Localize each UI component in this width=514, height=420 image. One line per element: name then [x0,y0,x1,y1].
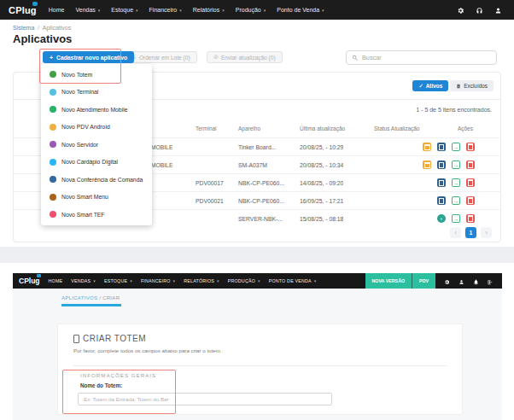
dropdown-item-novo-smart-tef[interactable]: Novo Smart TEF [41,206,152,224]
menu-financeiro[interactable]: FINANCEIRO [141,278,175,283]
breadcrumb-2: APLICATIVOS / CRIAR [61,295,120,300]
delete-icon[interactable] [466,178,475,187]
menu-ponto-de-venda[interactable]: PONTO DE VENDA [269,278,317,283]
menu-vendas[interactable]: VENDAS [71,278,96,283]
gear-icon[interactable] [444,273,450,289]
col-ultima-atualizacao: Última atualização [300,125,345,131]
main-menu: Home Vendas Estoque Financeiro Relatório… [49,7,324,13]
copy-icon[interactable] [437,143,446,151]
enter-app-icon[interactable]: → [452,178,460,187]
smart-menu-dot-icon [50,194,56,201]
copy-icon[interactable] [437,160,446,169]
page: CPlug Home Vendas Estoque Financeiro Rel… [0,0,514,420]
enter-app-icon[interactable]: → [452,214,460,223]
menu-ponto-de-venda[interactable]: Ponto de Venda [277,7,324,13]
pagination-page-1[interactable]: 1 [465,227,476,238]
top-navbar: CPlug Home Vendas Estoque Financeiro Rel… [0,0,514,20]
new-app-button[interactable]: + Cadastrar novo aplicativo [43,51,134,63]
row-actions: → [423,160,475,169]
row-actions: → [437,178,475,187]
menu-vendas[interactable]: Vendas [75,7,100,13]
menu-home[interactable]: HOME [49,278,63,283]
col-aparelho: Aparelho [238,125,260,131]
dropdown-item-novo-atendimento-mobile[interactable]: Novo Atendimento Mobile [41,101,152,119]
footer-strip [0,247,514,263]
main-menu-2: HOME VENDAS ESTOQUE FINANCEIRO RELATÓRIO… [49,278,317,283]
user-icon[interactable] [459,273,464,289]
update-app-icon[interactable]: › [437,214,446,223]
send-update-button[interactable]: ⊘ Enviar atualização (0) [207,51,283,63]
delete-icon[interactable] [466,143,475,151]
menu-home[interactable]: Home [49,7,65,13]
dropdown-item-label: Novo Terminal [61,89,98,95]
smart-tef-dot-icon [50,211,56,218]
support-icon[interactable] [476,3,483,18]
totem-icon [73,335,79,343]
pagination-prev[interactable]: ‹ [450,227,461,238]
copy-icon[interactable] [437,178,446,187]
gear-icon[interactable] [457,3,464,18]
search-input[interactable] [362,54,491,61]
cardapio-dot-icon [50,159,56,166]
menu-relatorios[interactable]: RELATÓRIOS [184,278,219,283]
filter-active-button[interactable]: ✓Ativos [412,80,448,91]
dropdown-item-novo-servidor[interactable]: Novo Servidor [41,136,152,154]
update-circle-icon: ⊘ [213,54,219,61]
delete-icon[interactable] [466,214,475,223]
cplug-logo[interactable]: CPlug [9,5,37,15]
cplug-logo[interactable]: CPlug [19,277,40,285]
delete-icon[interactable] [466,196,475,205]
search-box [346,50,497,65]
filter-active-label: Ativos [426,83,443,89]
navbar-icons-2 [435,273,502,289]
totem-name-label: Nome do Totem: [80,382,122,388]
dropdown-item-novo-totem[interactable]: Novo Totem [41,66,152,84]
cell-aparelho: NBK-CP-PE060... [238,180,284,186]
menu-producao[interactable]: Produção [236,7,266,13]
delete-icon[interactable] [466,160,475,169]
enter-app-icon[interactable]: → [452,160,460,169]
dropdown-item-novo-smart-menu[interactable]: Novo Smart Menu [41,189,152,207]
menu-estoque[interactable]: Estoque [111,7,137,13]
dropdown-item-nova-conferencia-de-comanda[interactable]: Nova Conferência de Comanda [41,171,152,189]
dropdown-item-label: Novo Smart TEF [61,212,105,218]
pagination-next[interactable]: › [481,227,492,238]
logout-icon[interactable] [488,273,494,289]
bell-icon[interactable] [473,273,479,289]
dropdown-item-novo-terminal[interactable]: Novo Terminal [41,84,152,102]
atendimento-dot-icon [50,106,56,113]
col-terminal: Terminal [196,125,217,131]
dropdown-item-label: Novo Totem [61,72,92,78]
breadcrumb-section[interactable]: APLICATIVOS / [61,295,101,300]
row-actions: → [437,196,475,205]
totem-name-input[interactable] [78,393,332,405]
dropdown-item-label: Novo Servidor [61,142,98,148]
enter-app-icon[interactable]: → [452,143,460,151]
top-navbar-2: CPlug HOME VENDAS ESTOQUE FINANCEIRO REL… [13,273,502,289]
logo-text: CPlug [19,277,40,285]
copy-icon[interactable] [437,196,446,205]
cell-terminal: PDV00017 [196,180,224,186]
view-details-icon[interactable] [423,160,431,169]
nova-versao-button[interactable]: NOVA VERSÃO [365,273,412,289]
pdv-button[interactable]: PDV [412,273,435,289]
dropdown-item-novo-pdv-android[interactable]: Novo PDV Android [41,119,152,137]
view-details-icon[interactable] [423,143,431,151]
logo-plug-icon [37,274,41,277]
cell-updated: 14/08/25, - 09:20 [300,180,343,186]
filter-deleted-button[interactable]: Excluídos [450,80,494,91]
send-update-label: Enviar atualização (0) [221,55,276,61]
user-icon[interactable] [494,3,502,18]
new-app-dropdown: Novo Totem Novo Terminal Novo Atendiment… [41,64,152,225]
order-batch-button[interactable]: ⇅ Ordenar em Lote (0) [125,51,197,63]
menu-financeiro[interactable]: Financeiro [149,7,182,13]
breadcrumb-root[interactable]: Sistema [13,25,34,31]
logo-text: CPlug [9,5,37,15]
enter-app-icon[interactable]: → [452,196,460,205]
menu-estoque[interactable]: ESTOQUE [104,278,132,283]
search-icon [352,55,359,61]
dropdown-item-novo-cardapio-digital[interactable]: Novo Cardápio Digital [41,154,152,172]
cell-updated: 20/08/25, - 10:29 [300,144,343,150]
menu-relatorios[interactable]: Relatórios [193,7,225,13]
menu-producao[interactable]: PRODUÇÃO [228,278,260,283]
